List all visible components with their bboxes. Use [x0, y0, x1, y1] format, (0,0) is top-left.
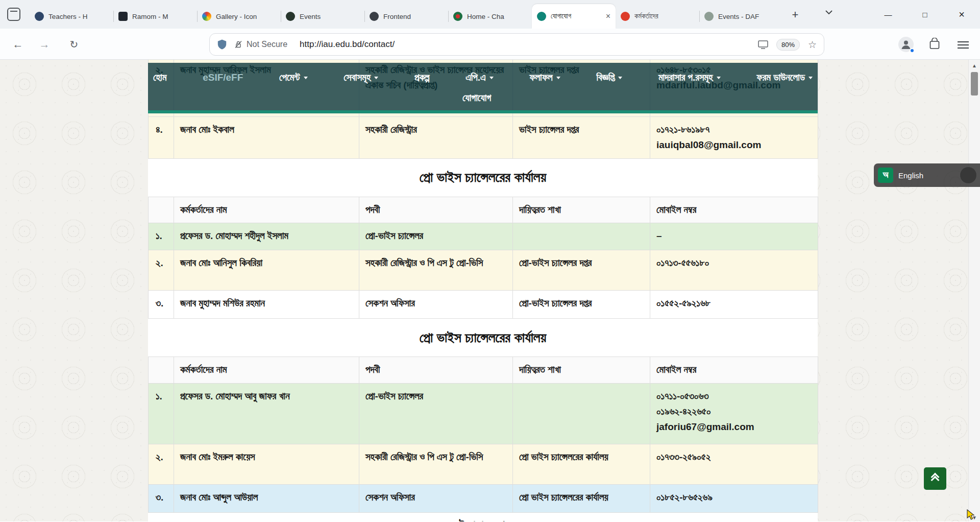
- browser-tab-8[interactable]: কর্মকর্তাদের: [616, 4, 699, 29]
- browser-tab-3[interactable]: Gallery - Icon: [197, 4, 281, 29]
- cell-name: জনাব মোঃ ইমরুল কায়েস: [174, 444, 359, 484]
- section-heading-text: প্রো ভাইস চ্যান্সেলরের কার্যালয়: [420, 170, 546, 185]
- site-nav-row2: যোগাযোগ: [462, 92, 491, 104]
- column-header: দায়িত্বরত শাখা: [513, 197, 650, 223]
- browser-tab-4[interactable]: Events: [281, 4, 364, 29]
- reload-button[interactable]: ↻: [65, 36, 83, 53]
- translate-handle-icon: [960, 167, 977, 184]
- cell-mobile: ০১৭৩৩-২৫৯০৫২: [650, 444, 818, 484]
- tab-title: কর্মকর্তাদের: [634, 12, 694, 20]
- scrollbar-up-arrow[interactable]: ▲: [969, 60, 980, 71]
- contacts-table: কর্মকর্তাদের নামপদবীদায়িত্বরত শাখামোবাই…: [148, 357, 818, 512]
- browser-tab-2[interactable]: Ramom - M: [113, 4, 197, 29]
- scrollbar-thumb[interactable]: [971, 72, 978, 96]
- mobile-line: ০১৭১১-০৫৩০৬৩: [656, 389, 812, 404]
- new-tab-button[interactable]: +: [787, 7, 803, 23]
- cell-name: জনাব মোঃ আনিসুল কিবরিয়া: [174, 250, 359, 291]
- mouse-cursor: [966, 509, 976, 521]
- nav-item[interactable]: এপি.এ: [465, 72, 493, 83]
- nav-item[interactable]: প্রকল্প: [414, 72, 430, 83]
- nav-item[interactable]: মাদরাসার প.রসমূহ: [658, 72, 721, 83]
- cell-position: প্রো-ভাইস চ্যান্সেলর: [359, 383, 513, 444]
- send-to-device-icon[interactable]: [758, 40, 768, 49]
- translate-widget[interactable]: অ English: [874, 163, 980, 187]
- table-row: ১.প্রফেসর ড. মোহাম্মদ আবু জাফর খানপ্রো-ভ…: [149, 383, 818, 444]
- events-favicon: [286, 12, 295, 21]
- scroll-to-top-button[interactable]: [924, 467, 946, 490]
- back-button[interactable]: ←: [9, 36, 27, 53]
- browser-tab-7[interactable]: যোগাযোগ×: [532, 4, 616, 29]
- events-daf-favicon: [704, 12, 714, 21]
- section-heading: প্রো ভাইস চ্যান্সেলরের কার্যালয়: [148, 159, 818, 197]
- mobile-line: ০১৭১৩-৫৫৬১৮০: [656, 255, 812, 271]
- caret-down-icon: [304, 77, 308, 81]
- table-row: ২.জনাব মোঃ ইমরুল কায়েসসহকারী রেজিস্ট্রা…: [149, 444, 818, 484]
- nav-item[interactable]: বিজ্ঞপ্তি: [596, 72, 622, 83]
- tab-title: Ramom - M: [132, 13, 192, 20]
- caret-down-icon: [717, 77, 721, 81]
- table-row: ৩.জনাব মোঃ আব্দুল আউয়ালসেকশন অফিসারপ্রো…: [149, 484, 818, 512]
- browser-tab-9[interactable]: Events - DAF: [699, 4, 783, 29]
- column-header: কর্মকর্তাদের নাম: [174, 197, 359, 223]
- home-favicon: [453, 12, 462, 21]
- cell-section: প্রো ভাইস চ্যান্সেলরের কার্যালয়: [513, 484, 650, 512]
- nav-item-label: সেবাসমূহ: [344, 72, 371, 83]
- tracking-shield-icon[interactable]: [217, 39, 227, 50]
- mobile-line: jaforiu67@gmail.com: [656, 419, 812, 435]
- cell-section: [513, 223, 650, 250]
- tab-title: Frontend: [383, 13, 443, 20]
- minimize-button[interactable]: —: [870, 0, 906, 29]
- address-bar[interactable]: Not Secure http://iau.edu.bd/contact/ 80…: [209, 33, 824, 56]
- collections-icon[interactable]: [929, 38, 940, 52]
- nav-item[interactable]: সেবাসমূহ: [344, 72, 378, 83]
- ramom-favicon: [118, 12, 128, 21]
- window-controls: — □ ×: [870, 0, 980, 29]
- nav-item-label: ফলাফল: [529, 72, 552, 83]
- browser-tab-1[interactable]: Teachers - H: [30, 4, 113, 29]
- cell-section: প্রো ভাইস চ্যান্সেলরের কার্যালয়: [513, 444, 650, 484]
- browser-scrollbar[interactable]: ▲ ▼: [968, 60, 980, 521]
- profile-avatar[interactable]: [898, 37, 914, 52]
- nav-item[interactable]: যোগাযোগ: [462, 92, 491, 104]
- cell-section: [513, 383, 650, 444]
- cell-name: প্রফেসর ড. মোহাম্মদ শহীদুল ইসলাম: [174, 223, 359, 250]
- cell-name: প্রফেসর ড. মোহাম্মদ আবু জাফর খান: [174, 383, 359, 444]
- tab-title: যোগাযোগ: [551, 12, 603, 20]
- mobile-line: ০১৮৫২-৮৬৫২৬৯: [656, 490, 812, 505]
- nav-item[interactable]: পেমেন্ট: [279, 72, 307, 83]
- browser-tab-6[interactable]: Home - Cha: [448, 4, 532, 29]
- column-header: দায়িত্বরত শাখা: [513, 357, 650, 383]
- column-header: পদবী: [359, 197, 513, 223]
- maximize-button[interactable]: □: [906, 0, 943, 29]
- bookmark-star-icon[interactable]: ☆: [808, 39, 817, 51]
- mobile-line: –: [656, 228, 812, 244]
- menu-icon[interactable]: [958, 39, 969, 51]
- university-emblem-favicon: [35, 12, 44, 21]
- forward-button[interactable]: →: [36, 36, 53, 53]
- tab-list-chevron-icon[interactable]: [821, 10, 837, 20]
- nav-item-label: হোম: [153, 72, 166, 83]
- nav-item[interactable]: eSIF/eFF: [203, 72, 243, 83]
- browser-tab-5[interactable]: Frontend: [364, 4, 448, 29]
- cell-position: সেকশন অফিসার: [359, 291, 513, 319]
- caret-down-icon: [556, 77, 560, 81]
- workspaces-icon[interactable]: [7, 8, 20, 21]
- profile-notification-dot: [910, 48, 915, 53]
- nav-item[interactable]: হোম: [153, 72, 166, 83]
- page-content: ২.জনাব মুহাম্মদ আরিফুল ইসলামসহকারী রেজিস…: [148, 60, 818, 521]
- close-button[interactable]: ×: [943, 0, 980, 29]
- nav-item[interactable]: ফরম ডাউনলোড: [756, 72, 813, 83]
- nav-item[interactable]: ফলাফল: [529, 72, 560, 83]
- mobile-line: ০১৭৩৩-২৫৯০৫২: [656, 449, 812, 465]
- cell-section: ভাইস চ্যান্সেলর দপ্তর: [513, 117, 650, 159]
- cell-position: প্রো-ভাইস চ্যান্সেলর: [359, 223, 513, 250]
- cell-serial: ২.: [149, 444, 174, 484]
- table-row: ২.জনাব মোঃ আনিসুল কিবরিয়াসহকারী রেজিস্ট…: [149, 250, 818, 291]
- officials-favicon: [621, 12, 630, 21]
- zoom-level-badge[interactable]: 80%: [776, 39, 800, 51]
- browser-window: Teachers - HRamom - MGallery - IconEvent…: [0, 0, 980, 521]
- mobile-line: ০১৫৫২-৫৯২১৬৮: [656, 296, 812, 311]
- tab-close-icon[interactable]: ×: [606, 12, 610, 20]
- mobile-line: ০১৭২১-৮৬১৯৮৭: [656, 122, 812, 137]
- cell-position: সহকারী রেজিস্ট্রার: [359, 117, 513, 159]
